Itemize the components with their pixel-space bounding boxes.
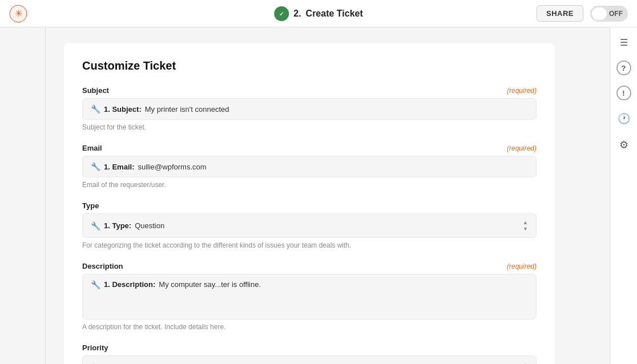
svg-text:✓: ✓	[279, 11, 284, 17]
field-group-email: Email (required) 🔧 1. Email: sullie@wpfo…	[82, 144, 537, 189]
svg-text:✳: ✳	[15, 9, 22, 18]
content-area: Customize Ticket Subject (required) 🔧 1.…	[46, 27, 610, 364]
field-label-priority: Priority	[82, 343, 108, 352]
field-label-type: Type	[82, 201, 99, 210]
left-sidebar	[0, 27, 46, 364]
email-value: sullie@wpforms.com	[138, 163, 206, 171]
field-required-subject: (required)	[507, 87, 537, 95]
type-select[interactable]: 🔧 1. Type: Question ▲ ▼	[82, 213, 537, 238]
description-hint: A description for the ticket. Include de…	[82, 323, 537, 331]
toggle-knob	[592, 7, 607, 20]
field-label-subject: Subject	[82, 86, 109, 95]
email-hint: Email of the requester/user.	[82, 181, 537, 189]
topbar-center: ✓ 2. Create Ticket	[274, 6, 363, 21]
email-prefix: 1. Email:	[104, 163, 134, 171]
field-label-email: Email	[82, 144, 102, 152]
subject-hint: Subject for the ticket.	[82, 123, 537, 131]
logo-icon[interactable]: ✳	[9, 5, 27, 23]
subject-icon: 🔧	[91, 104, 100, 114]
description-prefix: 1. Description:	[104, 280, 155, 289]
field-group-description: Description (required) 🔧 1. Description:…	[82, 262, 537, 331]
description-textarea[interactable]: 🔧 1. Description: My computer say...ter …	[82, 274, 537, 319]
form-card: Customize Ticket Subject (required) 🔧 1.…	[64, 43, 555, 364]
topbar-right: SHARE OFF	[537, 5, 628, 22]
priority-select[interactable]: 🔧 1. Priority: Low ▲ ▼	[82, 355, 537, 364]
step-icon: ✓	[274, 6, 289, 21]
right-sidebar: ☰ ? ! 🕐 ⚙	[610, 27, 637, 364]
topbar-title: 2.	[293, 9, 301, 19]
email-icon: 🔧	[91, 162, 100, 171]
settings-icon[interactable]: ⚙	[616, 137, 632, 153]
alert-icon[interactable]: !	[616, 86, 631, 100]
field-header-priority: Priority	[82, 343, 537, 352]
email-input[interactable]: 🔧 1. Email: sullie@wpforms.com	[82, 156, 537, 177]
field-required-description: (required)	[507, 262, 537, 270]
description-value: My computer say...ter is offline.	[159, 280, 261, 289]
help-icon[interactable]: ?	[616, 60, 631, 75]
topbar-left: ✳	[9, 5, 27, 23]
field-group-type: Type 🔧 1. Type: Question ▲ ▼ For categor…	[82, 201, 537, 249]
clock-icon[interactable]: 🕐	[616, 111, 632, 127]
field-label-description: Description	[82, 262, 123, 270]
share-button[interactable]: SHARE	[537, 5, 583, 22]
toggle-label: OFF	[609, 10, 626, 18]
description-icon: 🔧	[91, 280, 100, 289]
form-title: Customize Ticket	[82, 59, 537, 72]
field-group-subject: Subject (required) 🔧 1. Subject: My prin…	[82, 86, 537, 131]
field-group-priority: Priority 🔧 1. Priority: Low ▲ ▼ Priority…	[82, 343, 537, 364]
main-layout: Customize Ticket Subject (required) 🔧 1.…	[0, 27, 637, 364]
type-icon: 🔧	[91, 221, 100, 230]
field-required-email: (required)	[507, 144, 537, 152]
field-header-description: Description (required)	[82, 262, 537, 270]
menu-icon[interactable]: ☰	[616, 34, 632, 50]
subject-value: My printer isn't connected	[145, 105, 229, 114]
field-header-email: Email (required)	[82, 144, 537, 152]
priority-select-arrows: ▲ ▼	[523, 362, 528, 364]
type-prefix: 1. Type:	[104, 221, 131, 230]
topbar-title-text: Create Ticket	[306, 9, 363, 19]
topbar: ✳ ✓ 2. Create Ticket SHARE OFF	[0, 0, 637, 27]
subject-prefix: 1. Subject:	[104, 105, 142, 114]
toggle-switch[interactable]: OFF	[590, 6, 628, 22]
type-hint: For categorizing the ticket according to…	[82, 241, 537, 249]
field-header-subject: Subject (required)	[82, 86, 537, 95]
type-value: Question	[135, 221, 164, 230]
subject-input[interactable]: 🔧 1. Subject: My printer isn't connected	[82, 98, 537, 120]
type-select-arrows: ▲ ▼	[523, 220, 528, 232]
field-header-type: Type	[82, 201, 537, 210]
